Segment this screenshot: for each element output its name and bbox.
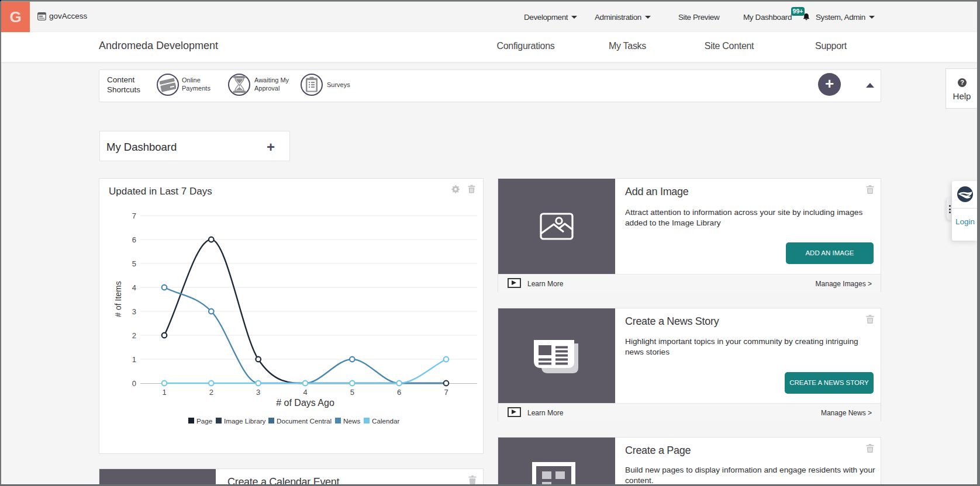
- svg-text:1: 1: [162, 388, 166, 397]
- svg-text:6: 6: [397, 388, 401, 397]
- svg-text:Document Central: Document Central: [277, 417, 332, 425]
- svg-text:# of Items: # of Items: [113, 281, 123, 317]
- svg-text:4: 4: [303, 388, 307, 397]
- svg-text:3: 3: [256, 388, 260, 397]
- svg-text:4: 4: [132, 283, 136, 292]
- svg-text:Image Library: Image Library: [224, 417, 266, 425]
- svg-text:1: 1: [132, 355, 136, 364]
- svg-text:2: 2: [132, 331, 136, 340]
- svg-text:Page: Page: [196, 417, 212, 425]
- svg-text:7: 7: [444, 388, 448, 397]
- svg-text:6: 6: [132, 235, 136, 244]
- svg-text:Calendar: Calendar: [372, 417, 400, 425]
- svg-text:7: 7: [132, 211, 136, 220]
- svg-text:5: 5: [350, 388, 354, 397]
- svg-text:2: 2: [209, 388, 213, 397]
- svg-text:3: 3: [132, 307, 136, 316]
- svg-text:News: News: [343, 417, 360, 425]
- svg-text:0: 0: [132, 379, 136, 388]
- svg-text:5: 5: [132, 259, 136, 268]
- svg-text:# of Days Ago: # of Days Ago: [276, 398, 334, 408]
